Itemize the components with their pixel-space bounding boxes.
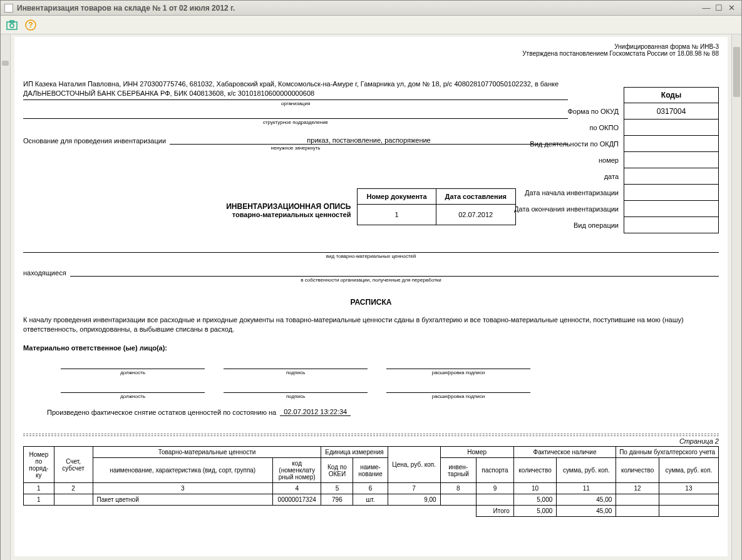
th-unit-name: наиме-нование — [353, 458, 388, 483]
th-inv: инвен-тарный — [440, 458, 476, 483]
th-price: Цена, руб. коп. — [388, 447, 440, 483]
approved-line: Утверждена постановлением Госкомстата Ро… — [522, 50, 719, 57]
table-row: 1 Пакет цветной 00000017324 796 шт. 9,00… — [24, 494, 719, 506]
inventory-table: Номер по поряд-ку Счет, субсчет Товарно-… — [23, 446, 719, 517]
struct-caption: структурное подразделение — [23, 120, 568, 125]
window-title: Инвентаризация товаров на складе № 1 от … — [17, 4, 700, 13]
svg-point-2 — [10, 24, 14, 28]
raspiska-text: К началу проведения инвентаризации все р… — [23, 315, 719, 335]
page-number: Страница 2 — [23, 437, 719, 445]
snapshot-row: Произведено фактическое снятие остатков … — [47, 408, 719, 416]
doc-title-sub: товарно-материальных ценностей — [226, 211, 351, 218]
total-row: Итого 5,000 45,00 — [24, 506, 719, 517]
th-pass: паспорта — [477, 458, 514, 483]
raspiska-title: РАСПИСКА — [23, 298, 719, 307]
th-book-qty: количество — [616, 458, 659, 483]
form-header-lines: Унифицированная форма № ИНВ-3 Утверждена… — [522, 43, 719, 57]
maximize-button[interactable]: ☐ — [713, 3, 725, 14]
codes-block: xКоды Форма по ОКУД0317004 по ОКПО Вид д… — [498, 87, 719, 233]
doc-num-date-table: Номер документа Дата составления 1 02.07… — [357, 188, 515, 225]
num-header: Номер документа — [358, 188, 436, 204]
window-icon — [4, 4, 13, 13]
th-account: Счет, субсчет — [54, 447, 93, 483]
th-fact-qty: количество — [513, 458, 557, 483]
basis-row: Основание для проведения инвентаризации … — [23, 136, 568, 145]
colnum-row: 1 2 3 4 5 6 7 8 9 10 11 12 13 — [24, 483, 719, 494]
date-label: дата — [498, 173, 624, 180]
end-label: Дата окончания инвентаризации — [498, 205, 624, 213]
okpo-label: по ОКПО — [498, 124, 624, 131]
th-number-group: Номер — [440, 447, 513, 458]
tmc-type-caption: вид товарно-материальных ценностей — [23, 253, 719, 259]
svg-rect-0 — [7, 22, 17, 29]
date-value — [624, 168, 719, 185]
organization-block: ИП Казека Наталия Павловна, ИНН 27030077… — [23, 79, 568, 125]
organization-text: ИП Казека Наталия Павловна, ИНН 27030077… — [23, 79, 568, 98]
okdp-label: Вид деятельности по ОКДП — [498, 140, 624, 148]
pos-caption-2: должность — [61, 394, 205, 399]
total-fact-qty: 5,000 — [513, 506, 557, 517]
th-fact-sum: сумма, руб. коп. — [557, 458, 616, 483]
number-value — [624, 152, 719, 168]
responsible-section: Материально ответственное (ые) лицо(а): … — [23, 344, 719, 399]
svg-text:?: ? — [28, 21, 33, 29]
snapshot-label: Произведено фактическое снятие остатков … — [47, 409, 276, 416]
responsible-title: Материально ответственное (ые) лицо(а): — [23, 344, 719, 352]
th-tmc: Товарно-материальные ценности — [93, 447, 321, 458]
end-value — [624, 201, 719, 217]
close-button[interactable]: ✕ — [725, 3, 738, 14]
basis-caption: ненужное зачеркнуть — [23, 145, 568, 151]
minimize-button[interactable]: — — [700, 3, 713, 14]
th-book-sum: сумма, руб. коп. — [659, 458, 718, 483]
page-separator — [23, 434, 719, 436]
total-label: Итого — [477, 506, 514, 517]
th-okei: Код по ОКЕИ — [321, 458, 353, 483]
located-label: находящиеся — [23, 269, 66, 277]
codes-title: Коды — [624, 87, 719, 103]
start-label: Дата начала инвентаризации — [498, 189, 624, 196]
number-label: номер — [498, 156, 624, 164]
doc-num: 1 — [358, 204, 436, 225]
right-scrollbar[interactable] — [731, 34, 741, 560]
help-button[interactable]: ? — [23, 18, 38, 33]
okpo-value — [624, 120, 719, 136]
titlebar: Инвентаризация товаров на складе № 1 от … — [1, 1, 741, 16]
organization-caption: организация — [23, 101, 568, 106]
okud-value: 0317004 — [624, 103, 719, 120]
tmc-type-line: вид товарно-материальных ценностей — [23, 244, 719, 259]
th-num: Номер по поряд-ку — [24, 447, 54, 483]
th-name: наименование, характеристика (вид, сорт,… — [93, 458, 272, 483]
th-fact: Фактическое наличие — [513, 447, 616, 458]
basis-label: Основание для проведения инвентаризации — [23, 137, 166, 145]
op-value — [624, 217, 719, 233]
document-viewport: Унифицированная форма № ИНВ-3 Утверждена… — [11, 34, 731, 560]
page-1: Унифицированная форма № ИНВ-3 Утверждена… — [14, 37, 728, 556]
toolbar: ? — [1, 16, 741, 34]
th-unit: Единица измерения — [321, 447, 388, 458]
doc-title-main: ИНВЕНТАРИЗАЦИОННАЯ ОПИСЬ — [226, 202, 351, 211]
th-code: код (номенклату рный номер) — [272, 458, 321, 483]
start-value — [624, 185, 719, 201]
total-fact-sum: 45,00 — [557, 506, 616, 517]
form-line: Унифицированная форма № ИНВ-3 — [522, 43, 719, 50]
okud-label: Форма по ОКУД — [498, 108, 624, 115]
dec-caption-2: расшифровка подписи — [386, 394, 530, 399]
pos-caption-1: должность — [61, 370, 205, 375]
dec-caption-1: расшифровка подписи — [386, 370, 530, 375]
op-label: Вид операции — [498, 221, 624, 229]
left-scrollbar[interactable] — [1, 34, 11, 560]
photo-button[interactable] — [4, 18, 19, 33]
located-row: находящиеся — [23, 268, 719, 277]
sig-caption-1: подпись — [224, 370, 368, 375]
okdp-value — [624, 136, 719, 152]
th-book: По данным бухгалтерского учета — [616, 447, 719, 458]
located-caption: в собственности организации, полученные … — [23, 277, 719, 283]
sig-caption-2: подпись — [224, 394, 368, 399]
snapshot-value: 02.07.2012 13:22:34 — [280, 408, 351, 416]
